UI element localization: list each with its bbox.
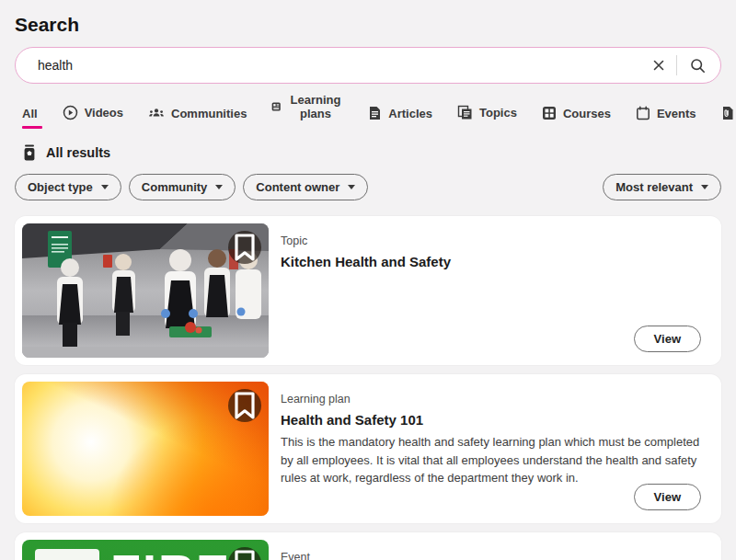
page-title: Search <box>15 14 721 36</box>
chevron-down-icon <box>215 185 223 189</box>
result-thumbnail-fire-abstract[interactable] <box>22 382 269 516</box>
tab-label: Videos <box>85 106 123 120</box>
view-button[interactable]: View <box>634 484 701 510</box>
result-card-body: Topic Kitchen Health and Safety View <box>269 223 714 358</box>
tab-label: Communities <box>171 107 247 120</box>
tab-all[interactable]: All <box>22 107 38 129</box>
tab-label: Articles <box>388 107 432 120</box>
learning-plans-icon <box>271 99 281 114</box>
bookmark-icon <box>228 389 261 422</box>
article-icon <box>368 106 382 120</box>
tab-label: Topics <box>479 106 517 120</box>
result-card-body: Learning plan Health and Safety 101 This… <box>269 382 714 516</box>
tab-topics[interactable]: Topics <box>457 105 517 129</box>
bookmark-button[interactable] <box>228 231 261 264</box>
tab-communities[interactable]: Communities <box>148 106 247 129</box>
result-card-event: FIRE Event Health and Safety at Work <box>15 532 721 560</box>
close-icon <box>651 58 666 73</box>
chevron-down-icon <box>701 185 708 189</box>
fire-word-text: FIRE <box>110 543 231 560</box>
sort-selector[interactable]: Most relevant <box>603 174 721 200</box>
result-type-label: Topic <box>281 234 707 247</box>
result-thumbnail-fire-sign[interactable]: FIRE <box>22 540 269 560</box>
result-card-topic: Topic Kitchen Health and Safety View <box>15 216 721 365</box>
tab-label: All <box>22 107 38 120</box>
tab-videos[interactable]: Videos <box>63 105 123 129</box>
communities-icon <box>148 106 165 120</box>
result-title[interactable]: Kitchen Health and Safety <box>281 254 707 269</box>
search-bar <box>15 47 721 84</box>
search-submit-button[interactable] <box>679 47 716 84</box>
results-header: All results <box>22 143 721 162</box>
bookmark-button[interactable] <box>228 389 261 422</box>
result-card-body: Event Health and Safety at Work <box>269 540 714 560</box>
bookmark-icon <box>228 231 261 264</box>
topics-icon <box>457 105 473 120</box>
play-circle-icon <box>63 105 78 120</box>
result-type-tabs: All Videos Communities Learning plans <box>22 93 721 129</box>
result-title[interactable]: Health and Safety 101 <box>281 412 707 428</box>
result-thumbnail-kitchen[interactable] <box>22 223 269 358</box>
filter-object-type[interactable]: Object type <box>15 174 121 200</box>
sort-label: Most relevant <box>615 180 693 194</box>
search-input[interactable] <box>15 47 721 84</box>
results-jar-icon <box>22 143 37 162</box>
bookmark-icon <box>228 547 261 560</box>
chevron-down-icon <box>101 185 109 189</box>
filter-label: Object type <box>28 180 93 194</box>
filter-label: Community <box>142 180 208 194</box>
filter-content-owner[interactable]: Content owner <box>243 174 368 200</box>
chevron-down-icon <box>348 185 355 189</box>
file-icon <box>721 106 734 120</box>
result-type-label: Event <box>281 551 707 560</box>
courses-icon <box>542 106 557 120</box>
tab-label: Events <box>657 107 696 120</box>
view-button[interactable]: View <box>634 326 701 352</box>
clear-search-button[interactable] <box>640 47 677 84</box>
filter-label: Content owner <box>256 180 339 194</box>
tab-label: Learning plans <box>288 93 343 120</box>
result-type-label: Learning plan <box>281 393 707 406</box>
tab-articles[interactable]: Articles <box>368 106 432 129</box>
tab-learning-plans[interactable]: Learning plans <box>271 93 343 129</box>
result-card-learning-plan: Learning plan Health and Safety 101 This… <box>15 374 721 523</box>
results-header-label: All results <box>46 145 110 160</box>
filter-community[interactable]: Community <box>129 174 236 200</box>
results-list: Topic Kitchen Health and Safety View Lea… <box>15 216 721 560</box>
tab-label: Courses <box>563 107 611 120</box>
search-icon <box>690 58 706 74</box>
bookmark-button[interactable] <box>228 547 261 560</box>
exit-sign-graphic <box>35 549 99 560</box>
calendar-icon <box>636 106 650 120</box>
filters-row: Object type Community Content owner Most… <box>15 174 721 200</box>
tab-courses[interactable]: Courses <box>542 106 611 129</box>
tab-files[interactable]: Files <box>721 106 736 129</box>
result-description: This is the mandatory health and safety … <box>281 433 707 487</box>
tab-events[interactable]: Events <box>636 106 696 129</box>
